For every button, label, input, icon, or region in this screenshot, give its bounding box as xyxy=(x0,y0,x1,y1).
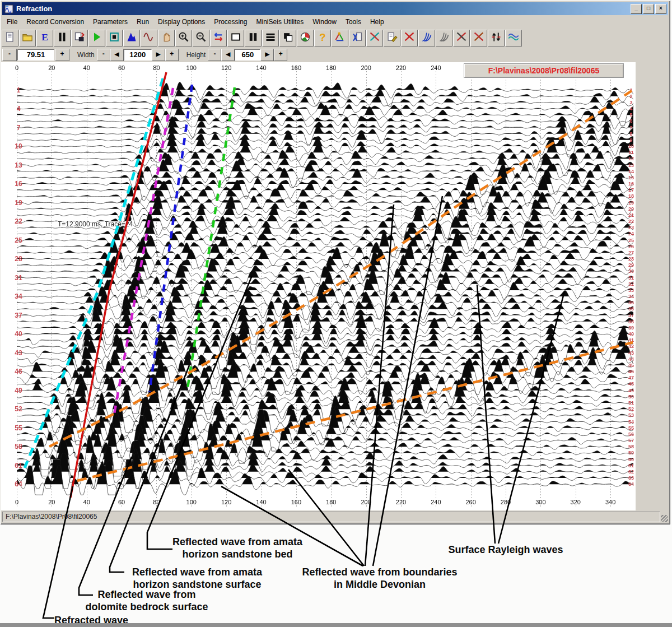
cross-curves-button[interactable] xyxy=(453,30,470,47)
menu-item-help[interactable]: Help xyxy=(366,17,389,27)
menu-item-miniseis-utilites[interactable]: MiniSeis Utilites xyxy=(252,17,309,27)
annotation-dolomite-line2: dolomite bedrock surface xyxy=(85,601,208,613)
zoom-out-button[interactable] xyxy=(193,30,209,47)
wiggle-trace-icon xyxy=(143,31,155,45)
annotation-rayleigh: Surface Rayleigh waves xyxy=(448,544,563,556)
swap-traces-button[interactable] xyxy=(210,30,227,47)
travel-time-icon xyxy=(473,31,484,45)
velocity-fan-icon xyxy=(421,31,432,45)
resize-grip[interactable] xyxy=(661,515,668,522)
pan-hand-icon xyxy=(161,31,172,45)
menu-item-display-options[interactable]: Display Options xyxy=(153,17,209,27)
seismogram-panel: F:\Plavinas\2008\Pr08\fil20065 xyxy=(1,62,669,510)
help-button[interactable]: ? xyxy=(314,30,331,47)
gain-value-field[interactable]: 79.51 xyxy=(17,49,54,61)
pick-tool-icon xyxy=(352,31,363,45)
toolbar: E? xyxy=(2,29,522,47)
annotation-dolomite-line1: Reflected wave from xyxy=(85,588,208,601)
help-icon: ? xyxy=(317,31,328,45)
sort-traces-button[interactable] xyxy=(488,30,505,47)
file-path-label: F:\Plavinas\2008\Pr08\fil20065 xyxy=(464,63,624,78)
svg-text:E: E xyxy=(41,31,48,43)
menu-item-parameters[interactable]: Parameters xyxy=(88,17,132,27)
run-play-icon xyxy=(91,31,102,45)
remove-trace-button[interactable] xyxy=(401,30,418,47)
edit-header-icon: E xyxy=(39,31,50,45)
annotation-amata-bed-line1: Reflected wave from amata xyxy=(172,536,302,548)
remove-trace-icon xyxy=(404,31,415,45)
menu-item-file[interactable]: File xyxy=(2,17,22,27)
annotation-rayleigh-line1: Surface Rayleigh waves xyxy=(448,544,563,556)
annotation-devonian-line1: Reflected wave from boundaries xyxy=(302,566,457,578)
height-plus-button[interactable]: + xyxy=(274,49,287,61)
annotation-dolomite: Reflected wave from dolomite bedrock sur… xyxy=(85,588,208,613)
new-file-icon xyxy=(4,31,16,45)
menu-item-tools[interactable]: Tools xyxy=(341,17,366,27)
close-button[interactable]: × xyxy=(655,4,666,14)
height-minus-button[interactable]: - xyxy=(208,49,221,61)
dual-pane-button[interactable] xyxy=(245,30,262,47)
edit-header-button[interactable]: E xyxy=(36,30,53,47)
seismogram-canvas[interactable] xyxy=(1,62,636,510)
menu-item-run[interactable]: Run xyxy=(132,17,153,27)
color-settings-button[interactable] xyxy=(297,30,314,47)
stack-view-icon xyxy=(265,31,276,45)
gain-minus-button[interactable]: - xyxy=(2,49,17,61)
width-step-left-button[interactable]: ◀ xyxy=(110,49,124,61)
menu-item-processing[interactable]: Processing xyxy=(209,17,251,27)
delete-picks-button[interactable] xyxy=(366,30,383,47)
pan-hand-button[interactable] xyxy=(158,30,175,47)
amplitude-peak-button[interactable] xyxy=(123,30,140,47)
pause-icon xyxy=(57,31,68,45)
open-file-icon xyxy=(22,31,33,45)
zoom-in-button[interactable] xyxy=(175,30,192,47)
save-record-button[interactable] xyxy=(71,30,88,47)
process-flow-button[interactable] xyxy=(332,30,348,47)
color-settings-icon xyxy=(300,31,311,45)
sort-traces-icon xyxy=(491,31,502,45)
stack-view-button[interactable] xyxy=(262,30,279,47)
annotation-amata-bed: Reflected wave from amata horizon sandst… xyxy=(172,536,302,560)
run-play-button[interactable] xyxy=(88,30,105,47)
edit-notes-button[interactable] xyxy=(384,30,400,47)
dual-pane-icon xyxy=(248,31,259,45)
wiggle-trace-button[interactable] xyxy=(141,30,157,47)
height-step-right-button[interactable]: ▶ xyxy=(260,49,274,61)
menu-item-record-conversion[interactable]: Record Conversion xyxy=(22,17,88,27)
overlay-waves-icon xyxy=(508,31,519,45)
gain-plus-button[interactable]: + xyxy=(55,49,69,61)
edit-notes-icon xyxy=(386,31,398,45)
menu-item-window[interactable]: Window xyxy=(308,17,341,27)
hodograph-button[interactable] xyxy=(436,30,452,47)
new-file-button[interactable] xyxy=(2,30,18,47)
outline-display-button[interactable] xyxy=(227,30,244,47)
maximize-button[interactable]: □ xyxy=(643,4,654,14)
open-file-button[interactable] xyxy=(19,30,36,47)
refraction-window: Refraction _ □ × FileRecord ConversionPa… xyxy=(0,0,670,524)
height-value-field[interactable]: 650 xyxy=(235,49,260,61)
velocity-fan-button[interactable] xyxy=(418,30,435,47)
svg-text:?: ? xyxy=(319,31,325,43)
stop-display-button[interactable] xyxy=(106,30,123,47)
width-value-field[interactable]: 1200 xyxy=(124,49,152,61)
annotation-amata-surface-line1: Reflected wave from amata xyxy=(132,566,262,578)
app-icon xyxy=(4,4,13,13)
title-bar[interactable]: Refraction _ □ × xyxy=(2,2,668,15)
save-record-icon xyxy=(74,31,85,45)
overlay-waves-button[interactable] xyxy=(505,30,522,47)
overlay-panes-button[interactable] xyxy=(279,30,296,47)
pick-tool-button[interactable] xyxy=(349,30,366,47)
bottom-edge-strip xyxy=(0,623,672,627)
width-minus-button[interactable]: - xyxy=(97,49,110,61)
width-plus-button[interactable]: + xyxy=(165,49,179,61)
pause-button[interactable] xyxy=(54,30,71,47)
process-flow-icon xyxy=(334,31,346,45)
height-step-left-button[interactable]: ◀ xyxy=(221,49,235,61)
amplitude-peak-icon xyxy=(126,31,137,45)
minimize-button[interactable]: _ xyxy=(631,4,642,14)
width-step-right-button[interactable]: ▶ xyxy=(152,49,165,61)
status-bar: F:\Plavinas\2008\Pr08\fil20065 xyxy=(1,510,669,523)
stop-display-icon xyxy=(109,31,120,45)
travel-time-button[interactable] xyxy=(470,30,487,47)
menu-bar: FileRecord ConversionParametersRunDispla… xyxy=(2,16,668,27)
